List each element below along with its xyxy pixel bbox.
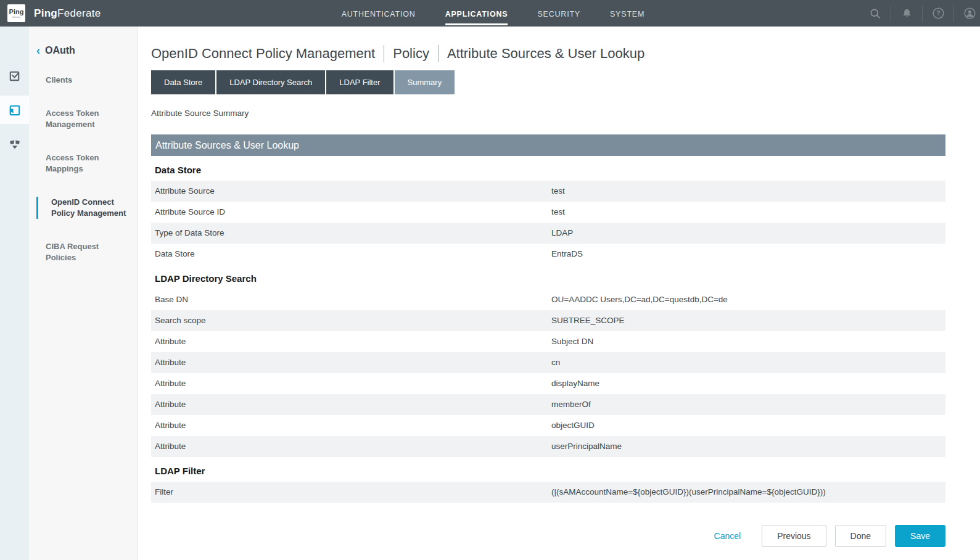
ping-logo[interactable]: Ping Identity (7, 4, 25, 22)
ping-logo-subtext: Identity (12, 15, 20, 19)
row-value: EntraDS (551, 244, 945, 265)
wizard-step-tabs: Data Store LDAP Directory Search LDAP Fi… (151, 70, 945, 94)
search-icon[interactable] (868, 7, 882, 20)
breadcrumb-segment-attribute-sources: Attribute Sources & User Lookup (447, 46, 644, 62)
sidebar-item-openid-connect-policy-management[interactable]: OpenID Connect Policy Management (36, 197, 137, 219)
page-title: OpenID Connect Policy Management Policy … (151, 45, 945, 62)
table-row: Attribute objectGUID (151, 415, 945, 436)
help-icon[interactable]: ? (931, 7, 945, 20)
table-row: Base DN OU=AADDC Users,DC=ad,DC=questdb,… (151, 289, 945, 310)
table-row: Attribute Source ID test (151, 202, 945, 223)
nav-system[interactable]: SYSTEM (610, 2, 644, 25)
row-value: SUBTREE_SCOPE (551, 310, 945, 331)
row-value: objectGUID (551, 415, 945, 436)
breadcrumb-segment-policy-management: OpenID Connect Policy Management (151, 46, 375, 62)
done-button[interactable]: Done (835, 525, 886, 547)
app-title-bold: Ping (34, 7, 57, 19)
divider (922, 6, 923, 22)
divider (891, 6, 891, 22)
row-label: Attribute (151, 415, 551, 436)
row-label: Attribute (151, 331, 551, 352)
row-label: Search scope (151, 310, 551, 331)
tab-summary[interactable]: Summary (395, 70, 455, 94)
module-icon-rail (0, 27, 29, 560)
approval-check-icon[interactable] (0, 61, 29, 89)
notifications-icon[interactable] (900, 7, 913, 20)
summary-table-header: Attribute Sources & User Lookup (151, 134, 945, 156)
row-label: Attribute Source (151, 181, 551, 202)
sidebar-back-oauth[interactable]: ‹ OAuth (29, 45, 137, 56)
row-label: Attribute (151, 436, 551, 457)
sidebar-item-clients[interactable]: Clients (29, 75, 137, 86)
save-button[interactable]: Save (895, 525, 945, 547)
row-label: Attribute (151, 373, 551, 394)
row-label: Filter (151, 482, 551, 503)
svg-text:?: ? (936, 9, 940, 17)
sidebar-section-title: OAuth (45, 45, 75, 56)
table-row: Attribute Subject DN (151, 331, 945, 352)
row-value: displayName (551, 373, 945, 394)
row-label: Attribute (151, 394, 551, 415)
footer-actions: Cancel Previous Done Save (151, 525, 945, 547)
nav-authentication[interactable]: AUTHENTICATION (342, 2, 416, 25)
title-separator (384, 45, 384, 62)
table-row: Attribute Source test (151, 181, 945, 202)
oauth-bookmark-icon[interactable] (0, 96, 29, 124)
ping-logo-text: Ping (9, 9, 24, 15)
main-content: OpenID Connect Policy Management Policy … (138, 27, 980, 560)
section-title-ldap-directory-search: LDAP Directory Search (151, 271, 945, 286)
row-value: cn (551, 352, 945, 373)
row-value: OU=AADDC Users,DC=ad,DC=questdb,DC=de (551, 289, 945, 310)
row-label: Attribute Source ID (151, 202, 551, 223)
topbar-utilities: ? (868, 0, 980, 27)
app-title: PingFederate (34, 7, 101, 20)
table-row: Attribute userPrincipalName (151, 436, 945, 457)
section-title-data-store: Data Store (151, 163, 945, 178)
cancel-button[interactable]: Cancel (714, 531, 741, 541)
row-value: userPrincipalName (551, 436, 945, 457)
app-title-rest: Federate (57, 7, 101, 19)
sidebar: ‹ OAuth Clients Access Token Management … (29, 27, 138, 560)
row-value: memberOf (551, 394, 945, 415)
table-row: Search scope SUBTREE_SCOPE (151, 310, 945, 331)
title-separator (438, 45, 439, 62)
row-label: Attribute (151, 352, 551, 373)
nav-security[interactable]: SECURITY (537, 2, 580, 25)
breadcrumb-segment-policy: Policy (393, 46, 429, 62)
sidebar-item-ciba-request-policies[interactable]: CIBA Request Policies (29, 241, 137, 263)
tab-ldap-filter[interactable]: LDAP Filter (326, 70, 393, 94)
tab-data-store[interactable]: Data Store (151, 70, 215, 94)
table-row: Attribute memberOf (151, 394, 945, 415)
sidebar-item-access-token-mappings[interactable]: Access Token Mappings (29, 152, 137, 175)
table-row: Attribute displayName (151, 373, 945, 394)
top-bar: Ping Identity PingFederate AUTHENTICATIO… (0, 0, 980, 27)
section-title-ldap-filter: LDAP Filter (151, 464, 945, 479)
row-value: test (551, 181, 945, 202)
row-value: Subject DN (551, 331, 945, 352)
account-icon[interactable] (963, 7, 976, 20)
divider (953, 6, 954, 22)
table-row: Data Store EntraDS (151, 244, 945, 265)
row-value: LDAP (551, 223, 945, 244)
nav-applications[interactable]: APPLICATIONS (445, 2, 508, 25)
chevron-left-icon: ‹ (36, 45, 40, 56)
table-row: Type of Data Store LDAP (151, 223, 945, 244)
sidebar-item-access-token-management[interactable]: Access Token Management (29, 108, 137, 130)
summary-caption: Attribute Source Summary (151, 109, 945, 118)
row-value: (|(sAMAccountName=${objectGUID})(userPri… (551, 482, 945, 503)
table-row: Filter (|(sAMAccountName=${objectGUID})(… (151, 482, 945, 503)
row-value: test (551, 202, 945, 223)
table-row: Attribute cn (151, 352, 945, 373)
previous-button[interactable]: Previous (762, 525, 826, 547)
row-label: Base DN (151, 289, 551, 310)
tab-ldap-directory-search[interactable]: LDAP Directory Search (216, 70, 325, 94)
row-label: Data Store (151, 244, 551, 265)
fragmented-shield-icon[interactable] (0, 130, 29, 159)
row-label: Type of Data Store (151, 223, 551, 244)
primary-nav: AUTHENTICATION APPLICATIONS SECURITY SYS… (342, 2, 645, 25)
